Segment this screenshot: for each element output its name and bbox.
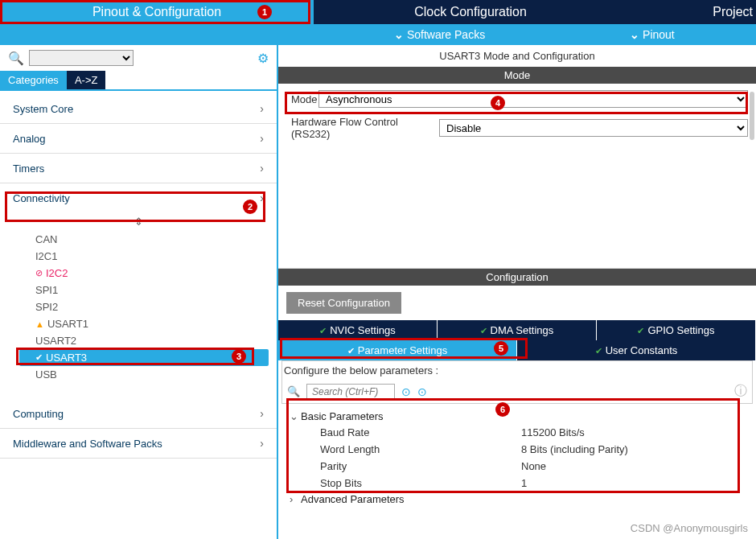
check-icon: ✔ bbox=[347, 346, 355, 356]
param-value: 115200 Bits/s bbox=[521, 426, 585, 438]
configure-label: Configure the below parameters : bbox=[281, 360, 753, 380]
top-nav: Pinout & Configuration Clock Configurati… bbox=[0, 0, 756, 24]
search-next-icon[interactable]: ⊙ bbox=[417, 385, 427, 398]
chevron-down-icon: ⌄ bbox=[290, 410, 301, 422]
param-name: Baud Rate bbox=[320, 426, 521, 438]
config-header: Configuration bbox=[278, 269, 756, 286]
tab-dma[interactable]: ✔DMA Settings bbox=[438, 320, 597, 340]
flow-control-label: Hardware Flow Control (RS232) bbox=[286, 116, 439, 140]
param-value: 1 bbox=[521, 477, 527, 489]
category-connectivity[interactable]: Connectivity› bbox=[0, 183, 277, 212]
item-label: I2C2 bbox=[46, 267, 68, 279]
tab-label: GPIO Settings bbox=[647, 324, 714, 336]
peripheral-search-select[interactable] bbox=[29, 50, 134, 66]
check-icon: ✔ bbox=[480, 326, 487, 335]
reset-config-button[interactable]: Reset Configuration bbox=[286, 292, 401, 314]
tab-user-constants[interactable]: ✔User Constants bbox=[517, 340, 756, 360]
tab-gpio[interactable]: ✔GPIO Settings bbox=[597, 320, 756, 340]
group-advanced-params[interactable]: ›Advanced Parameters bbox=[290, 492, 745, 507]
chevron-right-icon: › bbox=[260, 437, 264, 450]
item-spi2[interactable]: SPI2 bbox=[35, 298, 277, 315]
group-basic-params[interactable]: ⌄Basic Parameters bbox=[290, 409, 745, 424]
search-icon: 🔍 bbox=[287, 385, 300, 397]
mode-header: Mode bbox=[278, 67, 756, 84]
item-i2c2[interactable]: ⊘I2C2 bbox=[35, 265, 277, 282]
param-parity[interactable]: ParityNone bbox=[290, 458, 745, 475]
param-name: Stop Bits bbox=[320, 477, 521, 489]
gear-icon[interactable]: ⚙ bbox=[257, 51, 269, 66]
info-icon[interactable]: ⓘ bbox=[734, 383, 747, 400]
tab-a-to-z[interactable]: A->Z bbox=[67, 71, 106, 89]
left-pane: 🔍 ⚙ Categories A->Z System Core› Analog›… bbox=[0, 45, 278, 539]
group-label: Basic Parameters bbox=[301, 410, 384, 422]
chevron-right-icon: › bbox=[260, 102, 264, 115]
subnav-pinout[interactable]: Pinout bbox=[630, 28, 675, 41]
scrollbar[interactable] bbox=[750, 92, 754, 140]
param-name: Parity bbox=[320, 460, 521, 472]
item-usart1[interactable]: ▲USART1 bbox=[35, 315, 277, 332]
warning-icon: ▲ bbox=[35, 319, 44, 329]
check-icon: ✔ bbox=[595, 346, 602, 356]
category-label: Middleware and Software Packs bbox=[13, 438, 162, 450]
chevron-right-icon: › bbox=[260, 191, 264, 204]
category-middleware[interactable]: Middleware and Software Packs› bbox=[0, 429, 277, 459]
category-label: Connectivity bbox=[13, 192, 70, 204]
category-label: System Core bbox=[13, 103, 73, 115]
tab-pinout-config[interactable]: Pinout & Configuration bbox=[0, 0, 314, 24]
category-label: Analog bbox=[13, 133, 45, 145]
param-search-input[interactable] bbox=[306, 384, 395, 400]
category-timers[interactable]: Timers› bbox=[0, 154, 277, 183]
subnav-software-packs[interactable]: Software Packs bbox=[394, 28, 485, 41]
category-label: Computing bbox=[13, 408, 64, 420]
tab-label: DMA Settings bbox=[491, 324, 554, 336]
item-label: USART3 bbox=[46, 352, 87, 364]
param-baud-rate[interactable]: Baud Rate115200 Bits/s bbox=[290, 424, 745, 441]
mode-label: Mode bbox=[286, 93, 318, 105]
check-icon: ✔ bbox=[637, 326, 644, 335]
check-icon: ✔ bbox=[35, 352, 43, 363]
tab-label: Parameter Settings bbox=[358, 344, 447, 356]
search-prev-icon[interactable]: ⊙ bbox=[401, 385, 411, 398]
item-i2c1[interactable]: I2C1 bbox=[35, 248, 277, 265]
param-word-length[interactable]: Word Length8 Bits (including Parity) bbox=[290, 441, 745, 458]
item-can[interactable]: CAN bbox=[35, 231, 277, 248]
param-name: Word Length bbox=[320, 443, 521, 455]
group-label: Advanced Parameters bbox=[301, 493, 405, 505]
item-usb[interactable]: USB bbox=[35, 366, 277, 383]
tab-project[interactable]: Project bbox=[627, 0, 756, 24]
tab-categories[interactable]: Categories bbox=[0, 71, 67, 89]
category-label: Timers bbox=[13, 163, 44, 175]
flow-control-select[interactable]: Disable bbox=[439, 119, 748, 137]
tab-nvic[interactable]: ✔NVIC Settings bbox=[278, 320, 438, 340]
category-system-core[interactable]: System Core› bbox=[0, 94, 277, 124]
category-computing[interactable]: Computing› bbox=[0, 399, 277, 429]
param-value: 8 Bits (including Parity) bbox=[521, 443, 628, 455]
tab-label: User Constants bbox=[606, 344, 678, 356]
item-label: USART1 bbox=[47, 318, 88, 330]
chevron-right-icon: › bbox=[260, 407, 264, 420]
check-icon: ✔ bbox=[319, 326, 327, 335]
param-value: None bbox=[521, 460, 546, 472]
sub-nav: Software Packs Pinout bbox=[0, 24, 756, 45]
tab-parameter[interactable]: ✔Parameter Settings bbox=[278, 340, 517, 360]
category-analog[interactable]: Analog› bbox=[0, 124, 277, 154]
item-spi1[interactable]: SPI1 bbox=[35, 282, 277, 298]
mode-select[interactable]: Asynchronous bbox=[318, 90, 748, 108]
chevron-right-icon: › bbox=[260, 132, 264, 145]
tab-label: NVIC Settings bbox=[330, 324, 396, 336]
search-icon: 🔍 bbox=[8, 51, 24, 66]
item-usart3[interactable]: ✔USART3 bbox=[19, 349, 269, 366]
chevron-right-icon: › bbox=[260, 162, 264, 175]
watermark: CSDN @Anonymousgirls bbox=[631, 522, 748, 534]
peripheral-title: USART3 Mode and Configuration bbox=[278, 45, 756, 67]
param-stop-bits[interactable]: Stop Bits1 bbox=[290, 475, 745, 492]
drag-handle-icon[interactable]: ⇕ bbox=[0, 212, 277, 231]
chevron-right-icon: › bbox=[290, 493, 301, 505]
tab-clock-config[interactable]: Clock Configuration bbox=[314, 0, 627, 24]
right-pane: USART3 Mode and Configuration Mode Mode … bbox=[278, 45, 756, 539]
item-usart2[interactable]: USART2 bbox=[35, 332, 277, 349]
forbidden-icon: ⊘ bbox=[35, 268, 43, 278]
